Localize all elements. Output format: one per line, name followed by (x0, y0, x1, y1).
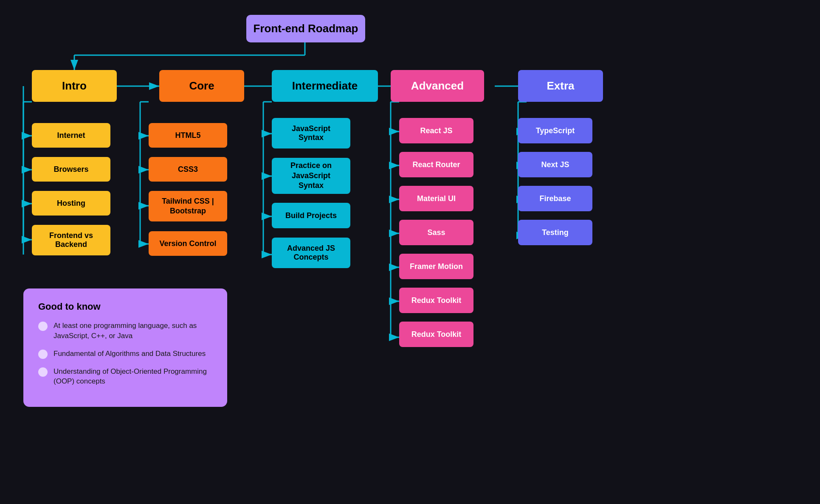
redux-toolkit1-label: Redux Toolkit (411, 296, 462, 305)
version-control-node[interactable]: Version Control (149, 231, 227, 256)
browsers-label: Browsers (54, 165, 88, 174)
frontend-vs-backend-node[interactable]: Frontend vs Backend (32, 225, 110, 255)
advanced-label: Advanced (411, 79, 464, 92)
next-js-label: Next JS (541, 160, 569, 169)
intermediate-label: Intermediate (292, 79, 358, 92)
redux-toolkit2-node[interactable]: Redux Toolkit (399, 322, 473, 347)
css3-node[interactable]: CSS3 (149, 157, 227, 182)
typescript-node[interactable]: TypeScript (518, 118, 592, 143)
legend-item-1: At least one programming language, such … (38, 321, 212, 341)
sass-node[interactable]: Sass (399, 220, 473, 245)
material-ui-label: Material UI (417, 194, 456, 203)
js-syntax-label: JavaScript Syntax (292, 124, 330, 142)
version-control-label: Version Control (159, 239, 216, 248)
extra-label: Extra (547, 79, 574, 92)
react-router-label: React Router (412, 160, 460, 169)
internet-node[interactable]: Internet (32, 123, 110, 148)
build-projects-node[interactable]: Build Projects (272, 203, 350, 228)
core-label: Core (189, 79, 214, 92)
framer-motion-node[interactable]: Framer Motion (399, 254, 473, 279)
hosting-label: Hosting (57, 199, 85, 208)
frontend-vs-backend-label: Frontend vs Backend (49, 231, 93, 249)
css3-label: CSS3 (178, 165, 198, 174)
typescript-label: TypeScript (536, 126, 575, 135)
react-js-node[interactable]: React JS (399, 118, 473, 143)
internet-label: Internet (57, 131, 85, 140)
practice-js-label: Practice on JavaScript Syntax (290, 161, 332, 190)
build-projects-label: Build Projects (285, 211, 337, 220)
tailwind-node[interactable]: Tailwind CSS | Bootstrap (149, 191, 227, 221)
firebase-label: Firebase (539, 194, 571, 203)
testing-node[interactable]: Testing (518, 220, 592, 245)
intro-label: Intro (62, 79, 87, 92)
extra-node[interactable]: Extra (518, 70, 603, 102)
legend-item-3: Understanding of Object-Oriented Program… (38, 367, 212, 387)
legend-text-1: At least one programming language, such … (54, 321, 212, 341)
legend-dot-1 (38, 322, 48, 331)
advanced-node[interactable]: Advanced (391, 70, 484, 102)
hosting-node[interactable]: Hosting (32, 191, 110, 216)
js-syntax-node[interactable]: JavaScript Syntax (272, 118, 350, 148)
legend-item-2: Fundamental of Algorithms and Data Struc… (38, 349, 212, 359)
title-label: Front-end Roadmap (254, 22, 358, 35)
roadmap-container: Front-end Roadmap Intro Core Intermediat… (0, 0, 820, 504)
intro-node[interactable]: Intro (32, 70, 117, 102)
html5-label: HTML5 (175, 131, 201, 140)
react-router-node[interactable]: React Router (399, 152, 473, 177)
html5-node[interactable]: HTML5 (149, 123, 227, 148)
redux-toolkit2-label: Redux Toolkit (411, 330, 462, 339)
intermediate-node[interactable]: Intermediate (272, 70, 378, 102)
framer-motion-label: Framer Motion (410, 262, 463, 271)
legend-text-3: Understanding of Object-Oriented Program… (54, 367, 212, 387)
legend-box: Good to know At least one programming la… (23, 288, 227, 407)
core-node[interactable]: Core (159, 70, 244, 102)
legend-text-2: Fundamental of Algorithms and Data Struc… (54, 349, 206, 359)
tailwind-label: Tailwind CSS | Bootstrap (162, 196, 214, 216)
redux-toolkit1-node[interactable]: Redux Toolkit (399, 288, 473, 313)
title-node: Front-end Roadmap (246, 15, 365, 42)
legend-dot-2 (38, 350, 48, 359)
practice-js-node[interactable]: Practice on JavaScript Syntax (272, 158, 350, 194)
react-js-label: React JS (420, 126, 452, 135)
legend-dot-3 (38, 367, 48, 377)
legend-title: Good to know (38, 301, 212, 312)
material-ui-node[interactable]: Material UI (399, 186, 473, 211)
sass-label: Sass (427, 228, 445, 237)
testing-label: Testing (542, 228, 569, 237)
advanced-js-node[interactable]: Advanced JS Concepts (272, 238, 350, 268)
firebase-node[interactable]: Firebase (518, 186, 592, 211)
browsers-node[interactable]: Browsers (32, 157, 110, 182)
advanced-js-label: Advanced JS Concepts (287, 244, 335, 262)
next-js-node[interactable]: Next JS (518, 152, 592, 177)
